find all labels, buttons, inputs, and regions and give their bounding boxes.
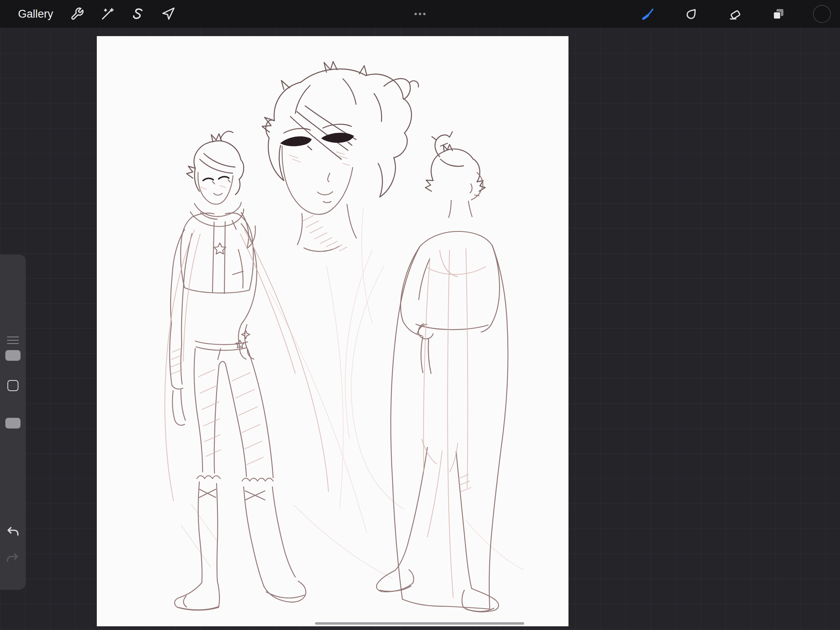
eraser-icon [728,7,742,21]
tool-sidebar [0,254,26,590]
brush-size-handle[interactable] [5,350,21,361]
redo-button[interactable] [6,550,21,565]
paint-tool-button[interactable] [638,4,658,24]
toolbar-right-group [638,4,840,24]
smudge-tool-button[interactable] [682,4,701,24]
selection-button[interactable] [128,4,148,24]
toolbar-left-group: Gallery [0,4,178,24]
selection-s-icon [131,7,145,21]
ellipsis-icon [413,7,427,21]
undo-icon [6,525,21,538]
brush-icon [641,7,655,21]
gallery-button[interactable]: Gallery [18,9,53,20]
undo-button[interactable] [6,524,21,539]
procreate-app: Gallery [0,0,840,630]
front-figure-sketch [165,131,329,610]
back-figure-sketch [377,132,508,612]
home-indicator[interactable] [315,622,524,625]
wrench-icon [70,7,84,21]
character-sketch [97,36,568,626]
layers-button[interactable] [769,4,788,24]
canvas-options-button[interactable] [410,4,430,24]
drawing-canvas[interactable] [97,36,568,626]
slider-grip-lines [7,337,19,346]
magic-wand-icon [100,7,114,21]
actions-button[interactable] [67,4,87,24]
smudge-finger-icon [685,7,698,21]
erase-tool-button[interactable] [725,4,745,24]
adjustments-button[interactable] [98,4,117,24]
redo-icon [6,551,21,565]
layers-icon [772,7,785,21]
color-button[interactable] [812,4,832,24]
modify-button[interactable] [7,380,18,391]
transform-button[interactable] [158,4,178,24]
opacity-handle[interactable] [5,418,21,428]
top-toolbar: Gallery [0,0,840,28]
toolbar-center-group [410,0,430,28]
opacity-slider[interactable] [0,410,26,460]
move-arrow-icon [161,7,175,21]
current-color-swatch [813,5,831,23]
head-study-sketch [262,62,418,252]
